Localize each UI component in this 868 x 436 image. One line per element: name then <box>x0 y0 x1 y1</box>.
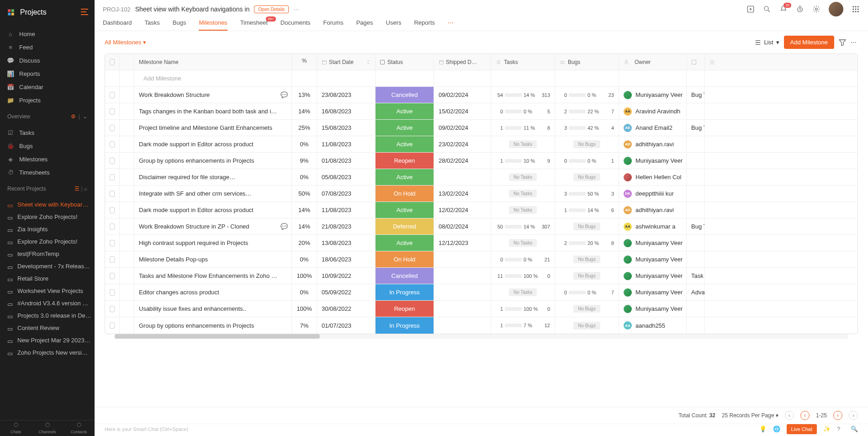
live-chat-button[interactable]: Live Chat <box>787 424 817 434</box>
page-prev[interactable]: ‹ <box>800 411 810 420</box>
col-name[interactable]: Milestone Name <box>134 54 292 70</box>
bottom-tab-contacts[interactable]: ◯Contacts <box>63 420 95 436</box>
recent-project-item[interactable]: ▭ Explore Zoho Projects! <box>0 211 95 223</box>
tab-milestones[interactable]: Milestones <box>199 16 227 31</box>
col-shipped[interactable]: Shipped D… <box>434 54 491 70</box>
overview-timesheets[interactable]: ⏱ Timesheets <box>0 166 95 179</box>
recent-project-item[interactable]: ▭ Content Review <box>0 322 95 334</box>
status-pill[interactable]: Reopen <box>376 153 434 169</box>
recent-project-item[interactable]: ▭ Zoho Projects New versi… <box>0 346 95 359</box>
tab-timesheet[interactable]: Timesheet99+ <box>240 16 268 31</box>
status-pill[interactable]: Reopen <box>376 301 434 317</box>
status-pill[interactable]: Active <box>376 169 434 185</box>
tab-documents[interactable]: Documents <box>281 16 311 31</box>
gear-icon[interactable]: ⚙ <box>71 113 76 120</box>
add-icon[interactable] <box>746 5 755 13</box>
nav-calendar[interactable]: 📅 Calendar <box>0 80 95 94</box>
search-icon[interactable] <box>763 5 771 13</box>
tab-users[interactable]: Users <box>386 16 402 31</box>
filter-icon[interactable] <box>839 39 846 46</box>
recent-project-item[interactable]: ▭ New Project Mar 29 2023… <box>0 334 95 346</box>
bell-icon[interactable]: 39 <box>779 5 788 13</box>
tab-forums[interactable]: Forums <box>323 16 344 31</box>
col-settings[interactable] <box>705 54 720 70</box>
help-icon[interactable]: ? <box>837 425 844 433</box>
tab-pages[interactable]: Pages <box>356 16 373 31</box>
nav-home[interactable]: ⌂ Home <box>0 27 95 41</box>
row-checkbox[interactable] <box>110 92 115 98</box>
recent-project-item[interactable]: ▭ test|FRomTemp <box>0 248 95 260</box>
view-toggle[interactable]: List ▾ <box>755 39 779 46</box>
row-checkbox[interactable] <box>110 174 115 181</box>
chevron-down-icon[interactable]: ⌄ <box>83 113 87 120</box>
row-checkbox[interactable] <box>110 306 115 312</box>
nav-projects[interactable]: 📁 Projects <box>0 94 95 107</box>
col-status[interactable]: Status <box>376 54 434 70</box>
milestone-row[interactable]: Work Breakdown Structure 💬 13% 23/08/202… <box>105 87 857 103</box>
page-last[interactable]: › <box>849 411 858 420</box>
row-checkbox[interactable] <box>110 322 115 329</box>
overview-milestones[interactable]: ◈ Milestones <box>0 153 95 166</box>
chat-icon[interactable]: 💬 <box>281 91 287 98</box>
bottom-tab-chats[interactable]: ◯Chats <box>0 420 32 436</box>
apps-icon[interactable] <box>852 5 860 13</box>
status-pill[interactable]: In Progress <box>376 284 434 300</box>
zoom-icon[interactable]: 🔍 <box>851 425 858 433</box>
tab-tasks[interactable]: Tasks <box>145 16 160 31</box>
nav-feed[interactable]: ≡ Feed <box>0 41 95 54</box>
col-tasks[interactable]: Tasks <box>491 54 555 70</box>
recent-project-item[interactable]: ▭ Development - 7x Releas… <box>0 260 95 272</box>
status-pill[interactable]: On Hold <box>376 186 434 202</box>
recent-project-item[interactable]: ▭ Projects 3.0 release in De… <box>0 309 95 322</box>
col-pct[interactable]: % <box>292 54 317 70</box>
more-icon[interactable]: ⋯ <box>851 39 858 46</box>
open-details-button[interactable]: Open Details <box>254 5 289 13</box>
status-pill[interactable]: Deferred <box>376 218 434 234</box>
overview-bugs[interactable]: 🐞 Bugs <box>0 139 95 153</box>
row-checkbox[interactable] <box>110 273 115 279</box>
col-start-date[interactable]: Start Date <box>317 54 376 70</box>
status-pill[interactable]: Active <box>376 120 434 136</box>
milestone-row[interactable]: Project timeline and Milestone Gantt Enh… <box>105 120 857 136</box>
select-all-checkbox[interactable] <box>110 59 115 65</box>
search-icon[interactable]: ⌕ <box>84 186 87 192</box>
smart-chat-hint[interactable]: Here is your Smart Chat (Ctrl+Space) <box>105 425 188 434</box>
row-checkbox[interactable] <box>110 141 115 148</box>
milestone-row[interactable]: High contrast support required in Projec… <box>105 235 857 251</box>
user-avatar[interactable] <box>829 2 843 16</box>
row-checkbox[interactable] <box>110 191 115 197</box>
status-pill[interactable]: Cancelled <box>376 87 434 103</box>
milestone-row[interactable]: Work Breakdown Structure in ZP - Cloned … <box>105 218 857 235</box>
tab-bugs[interactable]: Bugs <box>173 16 186 31</box>
status-pill[interactable]: In Progress <box>376 317 434 334</box>
status-pill[interactable]: On Hold <box>376 251 434 267</box>
milestone-row[interactable]: Milestone Details Pop-ups 0% 18/06/2023 … <box>105 251 857 268</box>
row-checkbox[interactable] <box>110 108 115 115</box>
row-checkbox[interactable] <box>110 207 115 213</box>
milestone-row[interactable]: Dark mode support in Editor across produ… <box>105 202 857 218</box>
milestone-row[interactable]: Integrate with SF and other crm services… <box>105 186 857 202</box>
hamburger-icon[interactable] <box>81 9 88 16</box>
status-pill[interactable]: Active <box>376 136 434 152</box>
milestone-row[interactable]: Group by options enhancements in Project… <box>105 153 857 169</box>
recent-project-item[interactable]: ▭ Zia Insights <box>0 223 95 235</box>
page-first[interactable]: ‹ <box>785 411 794 420</box>
milestone-row[interactable]: Dark mode support in Editor across produ… <box>105 136 857 153</box>
recent-project-item[interactable]: ▭ Explore Zoho Projects! <box>0 235 95 248</box>
milestone-row[interactable]: Editor changes across product 0% 05/09/2… <box>105 284 857 301</box>
row-checkbox[interactable] <box>110 240 115 246</box>
add-milestone-row[interactable]: Add Milestone <box>105 70 857 87</box>
bottom-tab-channels[interactable]: ◯Channels <box>32 420 63 436</box>
row-checkbox[interactable] <box>110 125 115 131</box>
filter-dropdown[interactable]: All Milestones ▾ <box>105 39 146 46</box>
recent-project-item[interactable]: ▭ Retail Store <box>0 272 95 285</box>
gear-icon[interactable] <box>812 5 820 13</box>
status-pill[interactable]: Cancelled <box>376 268 434 284</box>
chat-icon[interactable]: 💬 <box>281 223 287 230</box>
status-pill[interactable]: Active <box>376 202 434 218</box>
row-checkbox[interactable] <box>110 256 115 263</box>
more-icon[interactable]: ⋯ <box>293 6 299 13</box>
timer-icon[interactable] <box>796 5 804 13</box>
col-bugs[interactable]: Bugs <box>555 54 619 70</box>
recent-project-item[interactable]: ▭ Sheet view with Keyboar… <box>0 198 95 211</box>
